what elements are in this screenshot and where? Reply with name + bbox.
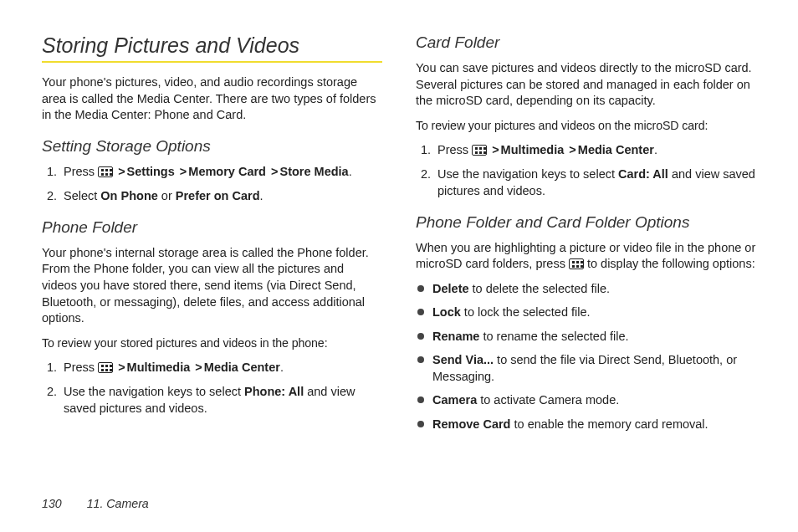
phone-folder-lead: To review your stored pictures and video… xyxy=(42,335,382,351)
phone-folder-steps: Press >Multimedia >Media Center. Use the… xyxy=(42,360,382,417)
menu-key-icon xyxy=(569,258,584,269)
nav-separator: > xyxy=(118,361,125,374)
option-on-phone: On Phone xyxy=(100,189,157,202)
step-text: Press xyxy=(64,165,98,178)
storage-options-steps: Press >Settings >Memory Card >Store Medi… xyxy=(42,164,382,205)
step-text: Use the navigation keys to select xyxy=(437,167,618,181)
two-column-layout: Storing Pictures and Videos Your phone's… xyxy=(42,33,756,477)
phone-folder-paragraph: Your phone's internal storage area is ca… xyxy=(42,245,382,327)
option-label: Lock xyxy=(432,305,461,319)
nav-separator: > xyxy=(492,143,499,156)
subheading-phone-folder: Phone Folder xyxy=(42,218,382,237)
subheading-storage-options: Setting Storage Options xyxy=(42,137,382,156)
option-rename: Rename to rename the selected file. xyxy=(416,329,756,345)
option-text: to activate Camera mode. xyxy=(477,393,619,407)
option-delete: Delete to delete the selected file. xyxy=(416,281,756,298)
manual-page: Storing Pictures and Videos Your phone's… xyxy=(0,0,798,532)
step-2: Select On Phone or Prefer on Card. xyxy=(42,188,382,205)
page-title: Storing Pictures and Videos xyxy=(42,33,382,63)
option-text: to lock the selected file. xyxy=(461,305,591,319)
nav-separator: > xyxy=(569,143,575,156)
right-column: Card Folder You can save pictures and vi… xyxy=(416,33,756,477)
option-text: to rename the selected file. xyxy=(479,330,628,343)
option-label: Rename xyxy=(432,330,479,343)
target-card-all: Card: All xyxy=(618,167,668,181)
period: . xyxy=(280,361,284,374)
nav-separator: > xyxy=(180,165,187,178)
step-1: Press >Multimedia >Media Center. xyxy=(416,142,756,159)
option-text: to enable the memory card removal. xyxy=(510,417,708,431)
step-1: Press >Settings >Memory Card >Store Medi… xyxy=(42,164,382,181)
nav-separator: > xyxy=(271,165,278,178)
subheading-card-folder: Card Folder xyxy=(416,33,756,52)
target-phone-all: Phone: All xyxy=(244,385,304,398)
period: . xyxy=(260,189,263,202)
step-1: Press >Multimedia >Media Center. xyxy=(42,360,382,376)
intro-text: to display the following options: xyxy=(584,257,755,270)
option-label: Remove Card xyxy=(432,417,510,431)
nav-multimedia: Multimedia xyxy=(127,361,191,374)
options-intro: When you are highlighting a picture or v… xyxy=(416,240,756,273)
period: . xyxy=(654,143,657,156)
menu-key-icon xyxy=(472,145,487,156)
option-lock: Lock to lock the selected file. xyxy=(416,304,756,321)
step-text: Press xyxy=(64,361,98,374)
nav-separator: > xyxy=(118,165,125,178)
options-list: Delete to delete the selected file. Lock… xyxy=(416,281,756,433)
nav-media-center: Media Center xyxy=(204,361,280,374)
subheading-folder-options: Phone Folder and Card Folder Options xyxy=(416,213,756,232)
nav-separator: > xyxy=(195,361,202,374)
card-folder-paragraph: You can save pictures and videos directl… xyxy=(416,60,756,110)
nav-store-media: Store Media xyxy=(279,165,348,178)
period: . xyxy=(349,165,352,178)
step-2: Use the navigation keys to select Phone:… xyxy=(42,384,382,417)
option-label: Delete xyxy=(432,282,469,295)
step-text: Press xyxy=(437,143,472,156)
left-column: Storing Pictures and Videos Your phone's… xyxy=(42,33,382,477)
option-send-via: Send Via... to send the file via Direct … xyxy=(416,352,756,385)
section-label: 11. Camera xyxy=(87,497,149,510)
page-footer: 130 11. Camera xyxy=(42,497,149,510)
option-prefer-on-card: Prefer on Card xyxy=(176,189,260,202)
menu-key-icon xyxy=(98,166,113,177)
nav-multimedia: Multimedia xyxy=(501,143,565,156)
option-camera: Camera to activate Camera mode. xyxy=(416,392,756,409)
step-text: or xyxy=(158,189,176,202)
intro-paragraph: Your phone's pictures, video, and audio … xyxy=(42,74,382,124)
nav-settings: Settings xyxy=(127,165,175,178)
page-number: 130 xyxy=(42,497,62,510)
nav-media-center: Media Center xyxy=(578,143,654,156)
step-2: Use the navigation keys to select Card: … xyxy=(416,166,756,199)
nav-memory-card: Memory Card xyxy=(188,165,266,178)
option-remove-card: Remove Card to enable the memory card re… xyxy=(416,417,756,433)
step-text: Select xyxy=(64,189,100,202)
card-folder-steps: Press >Multimedia >Media Center. Use the… xyxy=(416,142,756,200)
step-text: Use the navigation keys to select xyxy=(64,385,244,398)
option-text: to delete the selected file. xyxy=(469,282,610,295)
menu-key-icon xyxy=(98,362,113,373)
option-label: Camera xyxy=(432,393,477,407)
option-label: Send Via... xyxy=(432,353,494,366)
card-folder-lead: To review your pictures and videos on th… xyxy=(416,118,756,134)
